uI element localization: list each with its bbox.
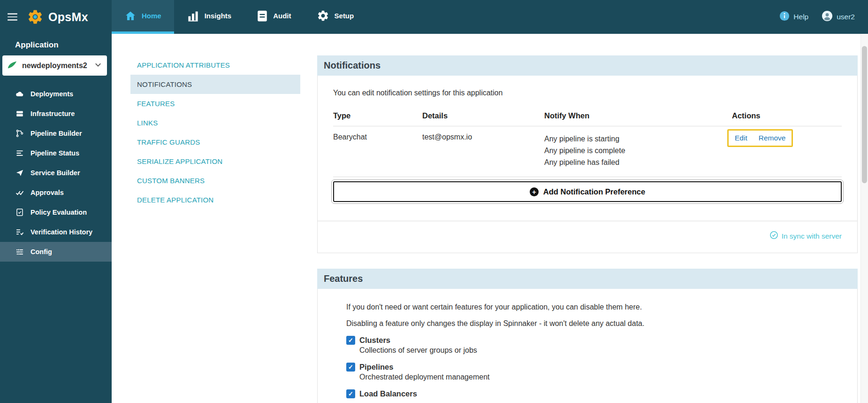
sidebar-item-policy-evaluation[interactable]: Policy Evaluation: [0, 202, 112, 222]
notify-when-line: Any pipeline is starting: [544, 133, 732, 145]
user-menu[interactable]: user2: [822, 10, 855, 23]
config-nav-traffic-guards[interactable]: TRAFFIC GUARDS: [130, 132, 300, 152]
col-header-actions: Actions: [732, 111, 842, 120]
config-sliders-icon: [15, 248, 24, 256]
help-button[interactable]: Help: [779, 11, 808, 23]
config-nav-notifications[interactable]: NOTIFICATIONS: [130, 75, 300, 94]
vertical-scrollbar[interactable]: [860, 34, 868, 403]
application-selector[interactable]: newdeployments2: [2, 55, 107, 76]
sidebar-item-label: Policy Evaluation: [30, 209, 87, 216]
hamburger-menu-icon[interactable]: [6, 11, 19, 23]
actions-highlight-box: Edit Remove: [727, 129, 793, 147]
user-avatar-icon: [822, 10, 833, 23]
sidebar-item-infrastructure[interactable]: Infrastructure: [0, 104, 112, 124]
notification-type: Bearychat: [333, 133, 422, 141]
tab-home[interactable]: Home: [112, 0, 174, 34]
add-notification-preference-button[interactable]: + Add Notification Preference: [333, 181, 842, 202]
check-circle-icon: [769, 231, 778, 241]
feature-label: Clusters: [359, 336, 390, 345]
col-header-notify-when: Notify When: [544, 111, 732, 120]
application-selector-value: newdeployments2: [22, 62, 94, 70]
feature-item-pipelines: Pipelines Orchestrated deployment manage…: [346, 363, 842, 381]
top-navbar: OpsMx Home Insights Audit: [0, 0, 868, 34]
sidebar-item-label: Infrastructure: [30, 110, 75, 117]
opsmx-logo-icon: [27, 8, 44, 25]
topbar-right: Help user2: [779, 0, 868, 34]
info-icon: [779, 11, 790, 23]
scrollbar-thumb[interactable]: [862, 46, 867, 183]
features-section: Features If you don't need or want certa…: [317, 269, 858, 403]
sidebar-item-label: Pipeline Builder: [30, 130, 82, 137]
tab-audit[interactable]: Audit: [244, 0, 304, 34]
notification-details: test@opsmx.io: [422, 133, 544, 141]
approvals-icon: [15, 188, 24, 197]
username-label: user2: [837, 13, 855, 21]
plus-icon: +: [530, 187, 539, 196]
main-content: APPLICATION ATTRIBUTES NOTIFICATIONS FEA…: [112, 34, 868, 403]
clusters-checkbox[interactable]: [346, 336, 355, 345]
tab-setup[interactable]: Setup: [304, 0, 367, 34]
pipeline-builder-icon: [15, 129, 24, 138]
sidebar-item-pipeline-status[interactable]: Pipeline Status: [0, 143, 112, 163]
sync-status-label: In sync with server: [782, 232, 842, 240]
infrastructure-icon: [15, 109, 24, 118]
sidebar-item-config[interactable]: Config: [0, 242, 112, 262]
feature-description: Collections of server groups or jobs: [359, 346, 842, 355]
config-nav-features[interactable]: FEATURES: [130, 94, 300, 113]
features-intro-line: Disabling a feature only changes the dis…: [346, 319, 842, 328]
config-section-nav: APPLICATION ATTRIBUTES NOTIFICATIONS FEA…: [130, 55, 300, 403]
sidebar-item-label: Deployments: [30, 90, 73, 98]
col-header-type: Type: [333, 111, 422, 120]
sidebar-item-label: Pipeline Status: [30, 149, 79, 157]
brand-area: OpsMx: [0, 0, 112, 34]
tab-label: Audit: [273, 12, 291, 20]
tab-label: Insights: [205, 12, 232, 20]
notifications-card: You can edit notification settings for t…: [317, 76, 858, 253]
policy-evaluation-icon: [15, 208, 24, 217]
remove-notification-link[interactable]: Remove: [759, 134, 786, 142]
features-section-title: Features: [317, 269, 858, 289]
notify-when-line: Any pipeline has failed: [544, 156, 732, 168]
sidebar-item-label: Approvals: [30, 189, 64, 196]
audit-icon: [257, 10, 268, 22]
features-intro-line: If you don't need or want certain featur…: [346, 289, 842, 311]
edit-notification-link[interactable]: Edit: [735, 134, 747, 142]
config-nav-custom-banners[interactable]: CUSTOM BANNERS: [130, 171, 300, 190]
tab-insights[interactable]: Insights: [174, 0, 244, 34]
sidebar-item-pipeline-builder[interactable]: Pipeline Builder: [0, 124, 112, 143]
config-nav-application-attributes[interactable]: APPLICATION ATTRIBUTES: [130, 55, 300, 75]
notifications-table: Type Details Notify When Actions Bearych…: [333, 108, 842, 177]
notification-actions: Edit Remove: [732, 133, 842, 147]
home-icon: [124, 10, 137, 22]
sync-status: In sync with server: [333, 221, 842, 253]
setup-gear-icon: [317, 9, 329, 22]
sidebar-item-verification-history[interactable]: Verification History: [0, 222, 112, 242]
load-balancers-checkbox[interactable]: [346, 389, 355, 398]
notifications-description: You can edit notification settings for t…: [333, 76, 842, 97]
brand-name: OpsMx: [48, 10, 88, 24]
features-card: If you don't need or want certain featur…: [317, 289, 858, 403]
application-logo-icon: [2, 60, 22, 72]
notifications-section: Notifications You can edit notification …: [317, 55, 858, 253]
sidebar-item-label: Verification History: [30, 228, 92, 236]
config-nav-links[interactable]: LINKS: [130, 113, 300, 132]
service-builder-icon: [15, 169, 24, 177]
sidebar: Application newdeployments2 Deployments …: [0, 34, 112, 403]
sidebar-item-approvals[interactable]: Approvals: [0, 183, 112, 202]
feature-label: Pipelines: [359, 363, 393, 372]
pipelines-checkbox[interactable]: [346, 363, 355, 372]
config-content: Notifications You can edit notification …: [317, 55, 858, 403]
feature-item-load-balancers: Load Balancers: [346, 389, 842, 398]
verification-history-icon: [15, 228, 24, 236]
sidebar-item-deployments[interactable]: Deployments: [0, 84, 112, 104]
deployments-icon: [15, 90, 24, 98]
help-label: Help: [793, 13, 808, 21]
tab-label: Setup: [335, 12, 354, 20]
config-nav-delete-application[interactable]: DELETE APPLICATION: [130, 190, 300, 209]
feature-label: Load Balancers: [359, 389, 417, 398]
config-nav-serialize-application[interactable]: SERIALIZE APPLICATION: [130, 152, 300, 171]
sidebar-item-label: Config: [30, 248, 52, 256]
feature-item-clusters: Clusters Collections of server groups or…: [346, 336, 842, 355]
notifications-section-title: Notifications: [317, 55, 858, 76]
sidebar-item-service-builder[interactable]: Service Builder: [0, 163, 112, 183]
